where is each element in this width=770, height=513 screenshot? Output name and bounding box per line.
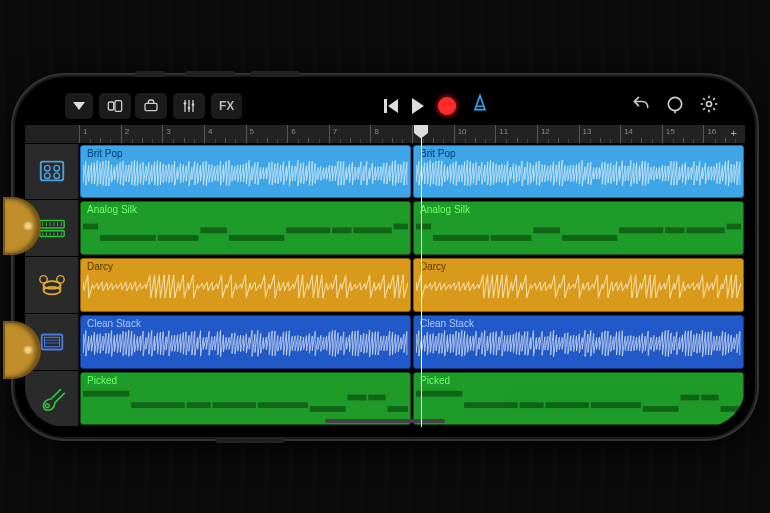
metronome-button[interactable] bbox=[470, 93, 490, 118]
record-button[interactable] bbox=[438, 97, 456, 115]
knob-decor bbox=[5, 199, 39, 253]
svg-rect-40 bbox=[83, 391, 129, 397]
view-menu-button[interactable] bbox=[65, 93, 93, 119]
timeline-ruler[interactable]: 12345678910111213141516 + bbox=[25, 125, 745, 143]
svg-rect-21 bbox=[332, 228, 351, 234]
track-row: Analog Silk Analog Silk bbox=[25, 199, 745, 256]
svg-rect-57 bbox=[721, 406, 741, 412]
region-label: Brit Pop bbox=[87, 148, 123, 159]
audio-region[interactable]: Analog Silk bbox=[413, 201, 744, 255]
svg-point-4 bbox=[188, 106, 191, 109]
browser-icon bbox=[107, 98, 123, 114]
svg-point-35 bbox=[39, 276, 47, 284]
track-lane[interactable]: Brit Pop Brit Pop bbox=[79, 144, 745, 200]
svg-rect-43 bbox=[213, 402, 256, 408]
loop-button[interactable] bbox=[665, 94, 685, 117]
mixer-icon bbox=[181, 98, 197, 114]
mixer-button[interactable] bbox=[173, 93, 205, 119]
svg-rect-30 bbox=[665, 228, 684, 234]
track-lane[interactable]: Darcy Darcy bbox=[79, 257, 745, 313]
svg-rect-19 bbox=[229, 235, 284, 241]
audio-region[interactable]: Brit Pop bbox=[413, 145, 744, 199]
undo-button[interactable] bbox=[631, 94, 651, 117]
settings-button[interactable] bbox=[699, 94, 719, 117]
rewind-button[interactable] bbox=[384, 99, 398, 113]
svg-rect-1 bbox=[115, 100, 122, 111]
region-label: Analog Silk bbox=[420, 204, 470, 215]
svg-point-10 bbox=[53, 166, 59, 172]
svg-rect-47 bbox=[368, 394, 385, 400]
svg-rect-24 bbox=[416, 224, 431, 230]
svg-rect-32 bbox=[727, 224, 741, 230]
phone-button-vol-down bbox=[250, 71, 300, 77]
track-row: Brit Pop Brit Pop bbox=[25, 143, 745, 200]
track-lane[interactable]: Analog Silk Analog Silk bbox=[79, 200, 745, 256]
svg-point-9 bbox=[44, 166, 50, 172]
region-label: Darcy bbox=[87, 261, 113, 272]
svg-point-36 bbox=[56, 276, 64, 284]
svg-rect-2 bbox=[145, 103, 157, 110]
audio-region[interactable]: Clean Stack bbox=[80, 315, 411, 369]
fx-button[interactable]: FX bbox=[211, 93, 242, 119]
svg-rect-56 bbox=[701, 394, 718, 400]
svg-rect-52 bbox=[546, 402, 589, 408]
svg-rect-15 bbox=[83, 224, 98, 230]
chevron-down-icon bbox=[73, 102, 85, 110]
svg-point-3 bbox=[184, 102, 187, 105]
phone-button-mute bbox=[135, 71, 165, 77]
audio-region[interactable]: Brit Pop bbox=[80, 145, 411, 199]
svg-point-5 bbox=[192, 103, 195, 106]
audio-region[interactable]: Clean Stack bbox=[413, 315, 744, 369]
audio-region[interactable]: Darcy bbox=[413, 258, 744, 312]
svg-point-6 bbox=[668, 97, 681, 110]
svg-rect-55 bbox=[681, 394, 700, 400]
svg-rect-31 bbox=[686, 228, 724, 234]
svg-rect-41 bbox=[131, 402, 184, 408]
audio-region[interactable]: Analog Silk bbox=[80, 201, 411, 255]
region-label: Picked bbox=[420, 375, 450, 386]
track-lane[interactable]: Clean Stack Clean Stack bbox=[79, 314, 745, 370]
metronome-icon bbox=[470, 93, 490, 113]
svg-rect-53 bbox=[591, 402, 641, 408]
svg-rect-17 bbox=[158, 235, 199, 241]
svg-rect-42 bbox=[187, 402, 211, 408]
instrument-button[interactable] bbox=[135, 93, 167, 119]
phone-button-vol-up bbox=[185, 71, 235, 77]
svg-rect-23 bbox=[394, 224, 408, 230]
audio-region[interactable]: Picked bbox=[413, 372, 744, 426]
svg-rect-54 bbox=[643, 406, 679, 412]
region-label: Darcy bbox=[420, 261, 446, 272]
loop-icon bbox=[665, 94, 685, 114]
svg-rect-44 bbox=[258, 402, 308, 408]
undo-icon bbox=[631, 94, 651, 114]
svg-point-39 bbox=[45, 403, 49, 407]
svg-rect-16 bbox=[100, 235, 156, 241]
svg-rect-29 bbox=[619, 228, 663, 234]
side-decor bbox=[5, 199, 39, 377]
region-label: Clean Stack bbox=[420, 318, 474, 329]
track-row: Clean Stack Clean Stack bbox=[25, 313, 745, 370]
track-header[interactable] bbox=[25, 144, 79, 200]
svg-rect-49 bbox=[416, 391, 462, 397]
svg-rect-14 bbox=[39, 231, 63, 237]
play-button[interactable] bbox=[412, 98, 424, 114]
svg-rect-20 bbox=[286, 228, 330, 234]
region-label: Brit Pop bbox=[420, 148, 456, 159]
svg-rect-0 bbox=[108, 102, 113, 110]
svg-rect-28 bbox=[562, 235, 617, 241]
app-screen: FX bbox=[25, 87, 745, 427]
rewind-icon bbox=[384, 99, 387, 113]
svg-point-7 bbox=[707, 102, 712, 107]
svg-rect-51 bbox=[520, 402, 544, 408]
add-section-button[interactable]: + bbox=[731, 127, 737, 139]
svg-rect-18 bbox=[200, 228, 227, 234]
svg-rect-27 bbox=[533, 228, 560, 234]
browser-button[interactable] bbox=[99, 93, 131, 119]
audio-region[interactable]: Picked bbox=[80, 372, 411, 426]
region-label: Clean Stack bbox=[87, 318, 141, 329]
home-indicator bbox=[325, 419, 445, 423]
knob-decor bbox=[5, 323, 39, 377]
track-header[interactable] bbox=[25, 371, 79, 427]
phone-button-power bbox=[215, 437, 285, 443]
audio-region[interactable]: Darcy bbox=[80, 258, 411, 312]
